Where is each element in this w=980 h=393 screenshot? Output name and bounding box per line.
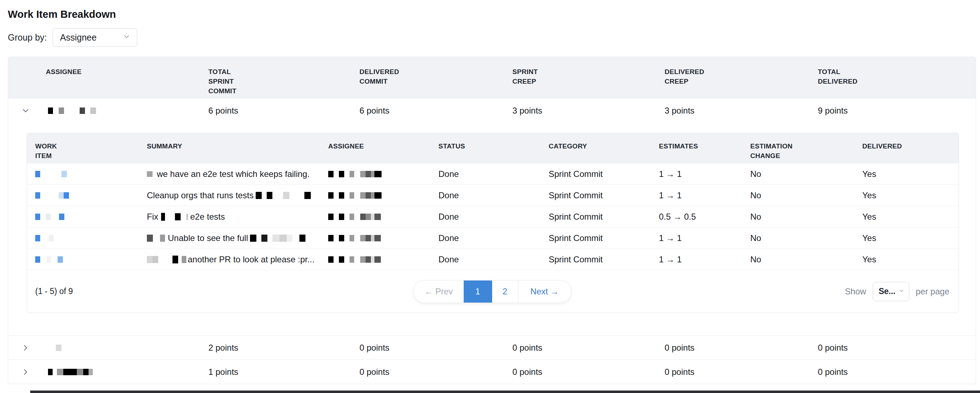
assignee-redacted: [320, 256, 430, 263]
group-detail-wrapper: WORK ITEM SUMMARY ASSIGNEE STATUS CATEGO…: [8, 123, 976, 335]
prev-page-button[interactable]: ← Prev: [414, 281, 463, 303]
assignee-redacted-name: [46, 107, 208, 114]
expander-column-header: [8, 57, 46, 99]
redacted-blocks: [253, 192, 311, 199]
page-title: Work Item Breakdown: [8, 8, 976, 20]
per-page-label: per page: [916, 286, 950, 297]
work-item-row[interactable]: another PR to look at please :pr... Done…: [27, 248, 959, 270]
estimation-change-cell: No: [742, 212, 854, 222]
page-size-select[interactable]: Se...: [873, 282, 909, 301]
group-row-expanded[interactable]: 6 points 6 points 3 points 3 points 9 po…: [8, 99, 976, 123]
category-cell: Sprint Commit: [541, 233, 651, 243]
estimates-cell: 1 → 1: [651, 233, 742, 243]
col-summary: SUMMARY: [139, 133, 320, 163]
assignee-redacted: [320, 214, 430, 220]
collapse-chevron-icon[interactable]: [8, 106, 46, 115]
delivered-cell: Yes: [854, 254, 959, 265]
chevron-down-icon: [898, 286, 905, 296]
delivered-cell: Yes: [854, 190, 959, 200]
redacted-blocks: [147, 256, 188, 264]
page-1-button[interactable]: 1: [464, 281, 492, 303]
category-cell: Sprint Commit: [541, 190, 651, 200]
expand-chevron-icon[interactable]: [8, 367, 46, 377]
status-cell: Done: [430, 233, 541, 243]
delivered-commit-value: 0 points: [360, 343, 512, 353]
col-delivered: DELIVERED: [854, 133, 959, 163]
total-delivered-value: 0 points: [818, 367, 977, 377]
inner-table-header: WORK ITEM SUMMARY ASSIGNEE STATUS CATEGO…: [27, 133, 959, 163]
work-item-row[interactable]: Fix e2e tests Done Sprint Commit 0.5 → 0…: [27, 206, 959, 227]
estimation-change-cell: No: [742, 233, 854, 243]
estimation-change-cell: No: [742, 190, 854, 200]
expand-chevron-icon[interactable]: [8, 343, 46, 352]
assignee-redacted-name: [46, 369, 208, 375]
work-item-row[interactable]: Unable to see the full Done Sprint Commi…: [27, 227, 959, 248]
col-category: CATEGORY: [541, 133, 651, 163]
group-row-collapsed[interactable]: 2 points 0 points 0 points 0 points 0 po…: [8, 335, 976, 359]
redacted-blocks: [248, 235, 305, 242]
col-inner-assignee: ASSIGNEE: [320, 133, 430, 163]
redacted-blocks: [147, 235, 168, 242]
status-cell: Done: [430, 254, 541, 265]
total-sprint-commit-value: 2 points: [208, 343, 360, 353]
category-cell: Sprint Commit: [541, 169, 651, 179]
bottom-edge-bar: [30, 390, 980, 393]
delivered-commit-value: 0 points: [360, 367, 512, 377]
group-by-select[interactable]: Assignee: [52, 28, 137, 46]
page-size-value: Se...: [879, 286, 896, 296]
delivered-commit-value: 6 points: [360, 106, 512, 116]
total-sprint-commit-value: 1 points: [208, 367, 360, 377]
col-estimation-change: ESTIMATION CHANGE: [742, 133, 799, 163]
estimates-cell: 1 → 1: [651, 254, 742, 265]
estimates-cell: 1 → 1: [651, 190, 742, 200]
estimation-change-cell: No: [742, 169, 854, 179]
status-cell: Done: [430, 169, 541, 179]
summary-text: we have an e2e test which keeps failing.: [157, 169, 310, 179]
sprint-creep-value: 3 points: [512, 106, 665, 116]
delivered-creep-value: 0 points: [665, 343, 818, 353]
work-items-panel: WORK ITEM SUMMARY ASSIGNEE STATUS CATEGO…: [27, 133, 959, 313]
work-item-type-icons: [27, 171, 139, 177]
assignee-redacted: [320, 235, 430, 241]
category-cell: Sprint Commit: [541, 212, 651, 222]
summary-text: Cleanup orgs that runs tests: [147, 190, 253, 200]
group-by-row: Group by: Assignee: [8, 28, 976, 46]
group-by-label: Group by:: [8, 32, 47, 43]
col-estimates: ESTIMATES: [651, 133, 742, 163]
delivered-cell: Yes: [854, 233, 959, 243]
col-assignee: ASSIGNEE: [46, 57, 208, 99]
page-2-button[interactable]: 2: [492, 281, 519, 303]
estimates-cell: 1 → 1: [651, 169, 742, 179]
delivered-cell: Yes: [854, 169, 959, 179]
delivered-creep-value: 3 points: [665, 106, 818, 116]
col-work-item: WORK ITEM: [27, 133, 57, 163]
total-delivered-value: 0 points: [818, 343, 977, 353]
summary-text: Fix: [147, 212, 158, 222]
work-item-type-icons: [27, 214, 139, 220]
summary-cell: Unable to see the full: [139, 233, 320, 243]
work-item-row[interactable]: Cleanup orgs that runs tests Done Sprint…: [27, 184, 959, 206]
redacted-blocks: [158, 213, 190, 221]
category-cell: Sprint Commit: [541, 254, 651, 265]
estimates-cell: 0.5 → 0.5: [651, 212, 742, 222]
summary-cell: Cleanup orgs that runs tests: [139, 190, 320, 200]
work-item-type-icons: [27, 192, 139, 199]
assignee-redacted-name: [46, 345, 208, 351]
summary-cell: Fix e2e tests: [139, 212, 320, 222]
summary-text: another PR to look at please :pr...: [188, 254, 314, 265]
work-item-row[interactable]: we have an e2e test which keeps failing.…: [27, 163, 959, 184]
col-total-delivered: TOTAL DELIVERED: [818, 57, 866, 99]
delivered-cell: Yes: [854, 212, 959, 222]
assignee-redacted: [320, 171, 430, 177]
sprint-creep-value: 0 points: [512, 367, 665, 377]
group-row-collapsed[interactable]: 1 points 0 points 0 points 0 points 0 po…: [8, 359, 976, 384]
col-delivered-creep: DELIVERED CREEP: [665, 57, 713, 99]
estimation-change-cell: No: [742, 254, 854, 265]
assignee-redacted: [320, 192, 430, 199]
chevron-down-icon: [123, 32, 130, 43]
total-sprint-commit-value: 6 points: [208, 106, 360, 116]
outer-table-header: ASSIGNEE TOTAL SPRINT COMMIT DELIVERED C…: [8, 57, 976, 99]
col-delivered-commit: DELIVERED COMMIT: [360, 57, 407, 99]
col-sprint-creep: SPRINT CREEP: [512, 57, 552, 99]
next-page-button[interactable]: Next →: [519, 281, 571, 303]
